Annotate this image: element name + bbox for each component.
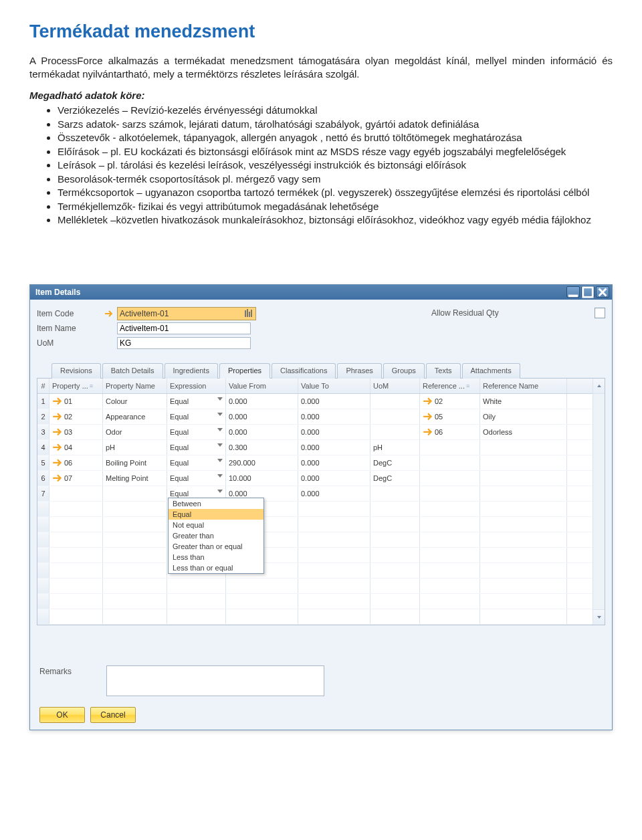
cell-reference-name[interactable]: White: [480, 394, 567, 409]
cell-reference[interactable]: [420, 486, 480, 501]
cell-property-code[interactable]: [49, 486, 103, 501]
col-num[interactable]: #: [37, 379, 49, 393]
cell-uom[interactable]: DegC: [370, 471, 420, 486]
scroll-down-icon[interactable]: [593, 609, 605, 625]
cell-value-from[interactable]: 0.000: [226, 425, 298, 439]
link-arrow-icon[interactable]: [423, 427, 433, 437]
dropdown-option[interactable]: Greater than: [169, 530, 263, 541]
tab-properties[interactable]: Properties: [219, 363, 270, 379]
tab-groups[interactable]: Groups: [383, 363, 425, 379]
cell-property-code[interactable]: 01: [49, 394, 103, 409]
dropdown-option[interactable]: Equal: [169, 509, 263, 520]
cell-uom[interactable]: DegC: [370, 455, 420, 470]
cell-uom[interactable]: [370, 394, 420, 409]
cell-property-name[interactable]: Appearance: [103, 409, 167, 424]
link-arrow-icon[interactable]: [52, 412, 63, 421]
cell-property-name[interactable]: pH: [103, 440, 167, 455]
cell-property-name[interactable]: Melting Point: [103, 471, 167, 486]
grid-scrollbar[interactable]: [593, 379, 605, 625]
cell-property-name[interactable]: Odor: [103, 425, 167, 439]
tab-texts[interactable]: Texts: [426, 363, 461, 379]
chevron-down-icon[interactable]: [217, 413, 223, 416]
table-row[interactable]: 506Boiling PointEqual290.0000.000DegC: [37, 455, 593, 471]
cell-reference-name[interactable]: [480, 471, 567, 486]
table-row[interactable]: 7Equal0.0000.000: [37, 486, 593, 502]
item-code-field[interactable]: ActiveItem-01: [117, 307, 256, 320]
column-menu-icon[interactable]: ≡: [466, 383, 469, 389]
cell-value-to[interactable]: 0.000: [298, 455, 370, 470]
col-value-to[interactable]: Value To: [298, 379, 370, 393]
cell-reference-name[interactable]: Oily: [480, 409, 567, 424]
table-row[interactable]: 202AppearanceEqual0.0000.00005Oily: [37, 409, 593, 425]
chevron-down-icon[interactable]: [217, 474, 223, 478]
cell-reference-name[interactable]: [480, 440, 567, 455]
link-arrow-icon[interactable]: [52, 474, 63, 483]
cell-reference[interactable]: [420, 440, 480, 455]
minimize-icon[interactable]: [566, 286, 580, 298]
link-arrow-icon[interactable]: [52, 397, 63, 406]
col-reference-name[interactable]: Reference Name: [480, 379, 567, 393]
table-row[interactable]: 303OdorEqual0.0000.00006Odorless: [37, 425, 593, 440]
col-value-from[interactable]: Value From: [226, 379, 298, 393]
cell-property-name[interactable]: [103, 486, 167, 501]
cell-uom[interactable]: [370, 425, 420, 439]
cell-reference[interactable]: 06: [420, 425, 480, 439]
chevron-down-icon[interactable]: [217, 490, 223, 493]
table-row[interactable]: 101ColourEqual0.0000.00002White: [37, 394, 593, 409]
allow-residual-checkbox[interactable]: [595, 308, 605, 318]
cell-reference[interactable]: [420, 455, 480, 470]
item-name-field[interactable]: [117, 322, 251, 334]
cell-value-to[interactable]: 0.000: [298, 471, 370, 486]
link-arrow-icon[interactable]: [52, 458, 63, 467]
cell-expression[interactable]: Equal: [167, 409, 226, 424]
chevron-down-icon[interactable]: [217, 428, 223, 431]
column-menu-icon[interactable]: ≡: [90, 383, 93, 389]
tab-revisions[interactable]: Revisions: [51, 363, 101, 379]
cell-property-code[interactable]: 04: [49, 440, 103, 455]
close-icon[interactable]: [596, 286, 609, 298]
cell-value-to[interactable]: 0.000: [298, 394, 370, 409]
cell-reference-name[interactable]: [480, 486, 567, 501]
cell-value-from[interactable]: 0.000: [226, 409, 298, 424]
tab-phrases[interactable]: Phrases: [337, 363, 381, 379]
link-arrow-icon[interactable]: [423, 412, 433, 421]
cell-property-code[interactable]: 02: [49, 409, 103, 424]
dropdown-option[interactable]: Between: [169, 498, 263, 509]
uom-field[interactable]: [117, 337, 251, 349]
dropdown-option[interactable]: Greater than or equal: [169, 541, 263, 552]
cell-value-from[interactable]: 290.000: [226, 455, 298, 470]
dropdown-option[interactable]: Not equal: [169, 520, 263, 530]
cell-property-code[interactable]: 07: [49, 471, 103, 486]
link-arrow-icon[interactable]: [423, 397, 433, 406]
cell-expression[interactable]: Equal: [167, 455, 226, 470]
cell-reference-name[interactable]: Odorless: [480, 425, 567, 439]
col-expression[interactable]: Expression: [167, 379, 226, 393]
tab-ingredients[interactable]: Ingredients: [165, 363, 218, 379]
cancel-button[interactable]: Cancel: [90, 707, 136, 723]
link-arrow-icon[interactable]: [52, 443, 63, 452]
table-row[interactable]: 404pHEqual0.3000.000pH: [37, 440, 593, 455]
dropdown-option[interactable]: Less than: [169, 552, 263, 562]
remarks-field[interactable]: [106, 665, 324, 696]
tab-batch-details[interactable]: Batch Details: [102, 363, 163, 379]
col-property-name[interactable]: Property Name: [103, 379, 167, 393]
table-row[interactable]: 607Melting PointEqual10.0000.000DegC: [37, 471, 593, 486]
cell-expression[interactable]: Equal: [167, 471, 226, 486]
cell-uom[interactable]: [370, 409, 420, 424]
cell-reference[interactable]: 02: [420, 394, 480, 409]
cell-expression[interactable]: Equal: [167, 394, 226, 409]
expression-dropdown[interactable]: Between Equal Not equal Greater than Gre…: [168, 498, 264, 574]
scroll-up-icon[interactable]: [593, 379, 605, 394]
link-arrow-icon[interactable]: [52, 427, 63, 437]
dropdown-option[interactable]: Less than or equal: [169, 562, 263, 573]
ok-button[interactable]: OK: [39, 707, 85, 723]
cell-value-to[interactable]: 0.000: [298, 409, 370, 424]
cell-value-from[interactable]: 0.000: [226, 394, 298, 409]
chevron-down-icon[interactable]: [217, 443, 223, 447]
chevron-down-icon[interactable]: [217, 459, 223, 462]
cell-value-to[interactable]: 0.000: [298, 425, 370, 439]
col-reference[interactable]: Reference ...≡: [420, 379, 480, 393]
cell-reference[interactable]: 05: [420, 409, 480, 424]
cell-value-to[interactable]: 0.000: [298, 486, 370, 501]
cell-reference[interactable]: [420, 471, 480, 486]
